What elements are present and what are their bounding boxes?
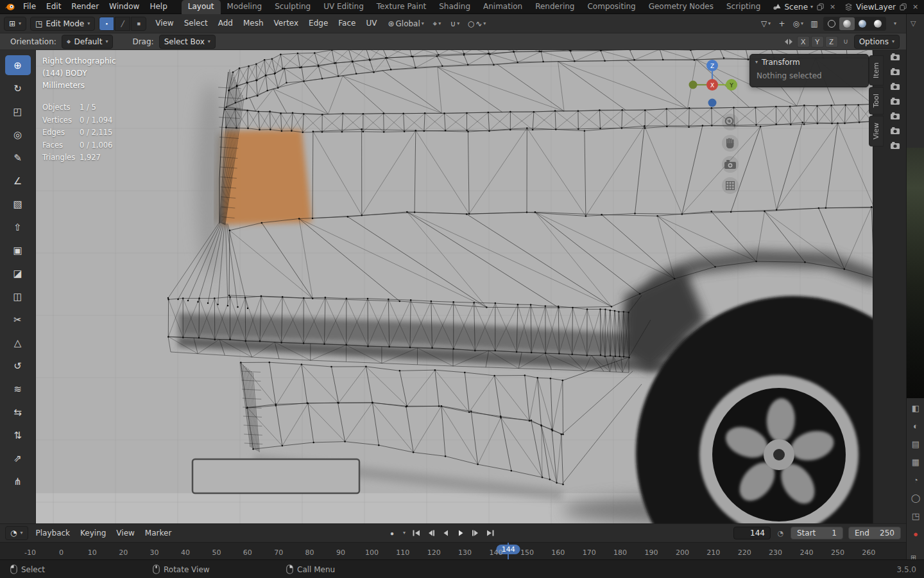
show-gizmo-button[interactable]: + bbox=[775, 17, 789, 31]
viewport-menu-item[interactable]: Select bbox=[179, 17, 213, 30]
drag-setting-dropdown[interactable]: Select Box ▾ bbox=[159, 35, 216, 49]
next-keyframe-button[interactable] bbox=[468, 527, 483, 539]
close-icon[interactable]: × bbox=[911, 3, 920, 12]
viewport-menu-item[interactable]: Mesh bbox=[238, 17, 269, 30]
xray-toggle-button[interactable]: ▥ bbox=[807, 17, 821, 31]
sidebar-tab[interactable]: Tool bbox=[869, 87, 884, 114]
properties-tab[interactable]: ▦ bbox=[909, 455, 923, 469]
vertex-select-button[interactable]: ▪ bbox=[99, 17, 114, 31]
tool-button[interactable]: ⋔ bbox=[5, 471, 31, 491]
menu-item[interactable]: Render bbox=[66, 1, 104, 13]
viewport-menu-item[interactable]: Face bbox=[333, 17, 361, 30]
play-button[interactable] bbox=[454, 527, 468, 539]
timeline-ruler[interactable]: 144 -10010203040506070809010011012013014… bbox=[0, 542, 906, 560]
timeline-menu-item[interactable]: Marker bbox=[140, 527, 176, 539]
auto-keying-button[interactable]: ● bbox=[385, 527, 399, 539]
blender-logo[interactable] bbox=[4, 2, 15, 12]
orientation-setting-dropdown[interactable]: ⌖ Default ▾ bbox=[62, 35, 114, 49]
mirror-axis-toggle[interactable]: Y bbox=[811, 36, 824, 48]
frame-end-field[interactable]: End 250 bbox=[848, 527, 901, 539]
tool-button[interactable]: ⇧ bbox=[5, 217, 31, 237]
properties-tab[interactable]: ▤ bbox=[909, 437, 923, 451]
camera-visibility-toggle[interactable] bbox=[890, 82, 900, 92]
scene-selector[interactable]: Scene ▾ × bbox=[772, 3, 837, 12]
workspace-tab[interactable]: Layout bbox=[182, 0, 221, 14]
duplicate-viewlayer-icon[interactable] bbox=[898, 3, 908, 12]
tool-button[interactable]: ✂ bbox=[5, 310, 31, 329]
viewport-menu-item[interactable]: View bbox=[150, 17, 178, 30]
frame-start-field[interactable]: Start 1 bbox=[791, 527, 843, 539]
workspace-tab[interactable]: Texture Paint bbox=[370, 0, 432, 14]
camera-visibility-toggle[interactable] bbox=[890, 127, 900, 137]
tool-button[interactable]: ◰ bbox=[5, 101, 31, 121]
workspace-tab[interactable]: Modeling bbox=[221, 0, 269, 14]
tool-button[interactable]: ⊕ bbox=[5, 55, 31, 75]
tool-button[interactable]: ∠ bbox=[5, 171, 31, 191]
current-frame-field[interactable]: 144 bbox=[733, 527, 771, 539]
jump-to-end-button[interactable] bbox=[483, 527, 497, 539]
camera-view-button[interactable] bbox=[722, 156, 739, 173]
menu-item[interactable]: Edit bbox=[41, 1, 66, 13]
mirror-axis-toggle[interactable]: Z bbox=[825, 36, 838, 48]
play-reverse-button[interactable] bbox=[439, 527, 453, 539]
camera-visibility-toggle[interactable] bbox=[890, 53, 900, 63]
transform-orientation-dropdown[interactable]: ⊛ Global ▾ bbox=[386, 17, 425, 31]
camera-visibility-toggle[interactable] bbox=[890, 112, 900, 122]
navigation-gizmo[interactable]: Z Y X bbox=[685, 58, 739, 112]
show-overlays-button[interactable]: ◎ ▾ bbox=[791, 17, 806, 31]
tool-button[interactable]: ◪ bbox=[5, 263, 31, 283]
tool-button[interactable]: ⇗ bbox=[5, 448, 31, 468]
close-icon[interactable]: × bbox=[828, 3, 837, 12]
tool-button[interactable]: ▧ bbox=[5, 194, 31, 214]
tool-button[interactable]: ◫ bbox=[5, 286, 31, 306]
jump-to-start-button[interactable] bbox=[409, 527, 424, 539]
viewlayer-selector[interactable]: ViewLayer × bbox=[844, 3, 920, 12]
duplicate-scene-icon[interactable] bbox=[816, 3, 825, 12]
tool-button[interactable]: ✎ bbox=[5, 148, 31, 168]
tool-button[interactable]: ↺ bbox=[5, 356, 31, 376]
tool-button[interactable]: ◎ bbox=[5, 125, 31, 144]
workspace-tab[interactable]: Rendering bbox=[529, 0, 581, 14]
shading-options-button[interactable]: ▾ bbox=[888, 17, 902, 31]
solid-shading-button[interactable] bbox=[839, 17, 855, 30]
viewport-menu-item[interactable]: Edge bbox=[304, 17, 333, 30]
properties-tab[interactable]: ● bbox=[909, 527, 923, 541]
viewport-canvas[interactable] bbox=[36, 50, 873, 523]
camera-visibility-toggle[interactable] bbox=[890, 141, 900, 152]
wireframe-shading-button[interactable] bbox=[824, 17, 839, 30]
viewport-menu-item[interactable]: UV bbox=[361, 17, 382, 30]
edge-select-button[interactable]: ╱ bbox=[115, 17, 130, 31]
timeline-menu-item[interactable]: Playback bbox=[31, 527, 76, 539]
toggle-ortho-button[interactable] bbox=[722, 177, 739, 194]
properties-tab[interactable]: ◳ bbox=[909, 509, 923, 523]
tool-button[interactable]: ▣ bbox=[5, 240, 31, 260]
sidebar-tab[interactable]: View bbox=[869, 116, 884, 146]
timeline-menu-item[interactable]: Keying bbox=[75, 527, 111, 539]
pan-button[interactable] bbox=[722, 135, 739, 152]
options-dropdown[interactable]: Options ▾ bbox=[854, 35, 900, 49]
timeline-editor-type-button[interactable]: ◔ ▾ bbox=[5, 526, 28, 540]
snap-dropdown[interactable]: ∪ ▾ bbox=[448, 17, 462, 31]
viewport-menu-item[interactable]: Add bbox=[213, 17, 238, 30]
properties-tab[interactable]: ◐ bbox=[909, 419, 923, 433]
mirror-icon[interactable] bbox=[784, 37, 794, 46]
workspace-tab[interactable]: Compositing bbox=[581, 0, 642, 14]
zoom-button[interactable] bbox=[722, 114, 739, 130]
editor-type-button[interactable]: ⊞ ▾ bbox=[4, 17, 26, 31]
timeline-menu-item[interactable]: View bbox=[111, 527, 139, 539]
mirror-axis-toggle[interactable]: X bbox=[797, 36, 810, 48]
material-shading-button[interactable] bbox=[855, 17, 870, 30]
tool-button[interactable]: ≋ bbox=[5, 379, 31, 399]
transform-panel-header[interactable]: ▾ Transform bbox=[750, 55, 868, 70]
tool-button[interactable]: △ bbox=[5, 333, 31, 353]
face-select-button[interactable]: ■ bbox=[131, 17, 146, 31]
workspace-tab[interactable]: Animation bbox=[477, 0, 529, 14]
snap-settings-icon[interactable]: ∪ bbox=[841, 37, 851, 46]
menu-item[interactable]: File bbox=[18, 1, 41, 13]
workspace-tab[interactable]: Scripting bbox=[720, 0, 767, 14]
camera-visibility-toggle[interactable] bbox=[890, 67, 900, 78]
viewport-menu-item[interactable]: Vertex bbox=[269, 17, 304, 30]
sidebar-tab[interactable]: Item bbox=[869, 55, 884, 85]
selectability-filter-button[interactable]: ▽ ▾ bbox=[759, 17, 773, 31]
mode-dropdown[interactable]: ◳ Edit Mode ▾ bbox=[30, 17, 95, 31]
